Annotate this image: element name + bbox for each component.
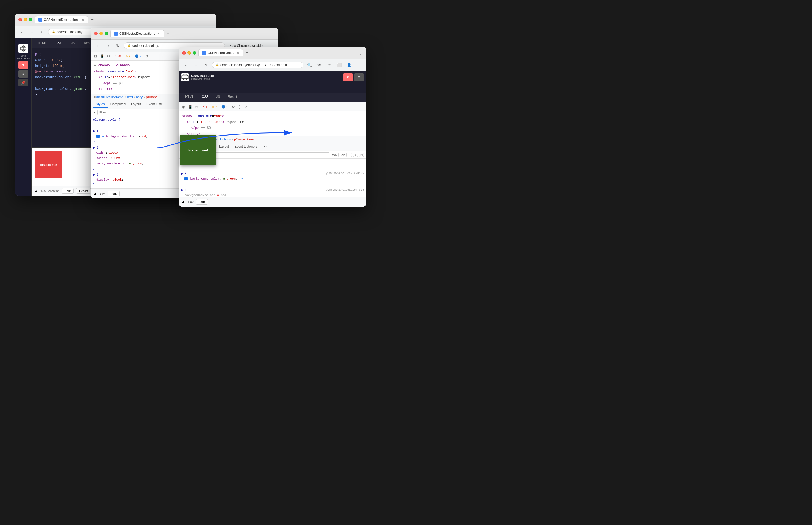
maximize-button-2[interactable] (105, 32, 108, 35)
fork-button-1[interactable]: Fork (62, 188, 74, 194)
heart-button-1[interactable]: ♥ (18, 61, 28, 69)
cp-tabs-3: HTML CSS JS Result (179, 93, 366, 103)
tab-computed-2[interactable]: Computed (108, 101, 128, 108)
tab-css-1[interactable]: CSS (52, 40, 66, 47)
back-button-1[interactable]: ← (18, 28, 26, 36)
bc-p-3[interactable]: p#inspect-me (234, 138, 253, 141)
bc-body-2[interactable]: body (136, 95, 143, 99)
new-tab-button-1[interactable]: + (90, 17, 95, 22)
pin-button-1[interactable]: 📌 (18, 79, 28, 87)
bc-body-3[interactable]: body (224, 138, 231, 141)
hov-btn-3[interactable]: :hov (331, 153, 339, 157)
extensions-btn-3[interactable]: 👁 (315, 61, 323, 69)
close-button-1[interactable] (18, 18, 22, 21)
device-icon-3[interactable]: 📱 (188, 104, 193, 109)
star-btn-3[interactable]: ☆ (325, 61, 333, 69)
devtools-toolbar-3: ◉ 📱 >> ✕ 1 ⚠ 2 🔵 1 ⚙ ⋮ ✕ (179, 103, 366, 111)
heart-btn-3[interactable]: ♥ (343, 73, 353, 81)
tab-layout-3[interactable]: Layout (216, 144, 232, 150)
more-btn-3[interactable]: ⋮ (355, 61, 363, 69)
user-name-1: Sofia Emelianova (17, 55, 30, 60)
tab-html-3[interactable]: HTML (181, 93, 198, 102)
reload-button-2[interactable]: ↻ (114, 42, 122, 49)
active-tab-2[interactable]: CSSNestedDeclarations ✕ (110, 30, 164, 37)
back-button-3[interactable]: ← (182, 61, 190, 69)
tab-html-1[interactable]: HTML (34, 40, 51, 47)
traffic-lights-1 (18, 18, 32, 21)
more-icon-3[interactable]: >> (194, 104, 199, 109)
tab-more-3[interactable]: >> (260, 144, 269, 150)
reload-button-3[interactable]: ↻ (202, 61, 210, 69)
tab-close-btn-2[interactable]: ✕ (157, 32, 160, 35)
export-button-1[interactable]: Export (76, 188, 91, 194)
cursor-icon-2[interactable]: ⊡ (93, 54, 98, 59)
copy-btn-3[interactable]: ⧉ (353, 153, 358, 157)
new-tab-button-2[interactable]: + (165, 31, 170, 36)
forward-button-2[interactable]: → (104, 42, 112, 49)
minimize-button-2[interactable] (99, 32, 103, 35)
menu-btn-3[interactable]: ≡ (354, 73, 364, 81)
error-badge-3: ✕ 1 (201, 105, 209, 109)
tab-layout-2[interactable]: Layout (128, 101, 144, 108)
add-rule-btn-3[interactable]: + (348, 153, 352, 157)
expand-icon-3[interactable]: ▲ (181, 199, 186, 205)
fork-button-3[interactable]: Fork (196, 199, 208, 205)
minimize-button-1[interactable] (24, 18, 27, 21)
share-btn-3[interactable]: ⬜ (335, 61, 343, 69)
bc-result-2[interactable]: #result.result-iframe. (96, 95, 124, 99)
close-devtools-3[interactable]: ✕ (244, 104, 249, 109)
more-icon-2[interactable]: >> (106, 54, 111, 59)
tab-js-3[interactable]: JS (212, 93, 224, 102)
bc-html-3[interactable]: html (215, 138, 221, 141)
collection-label-1: ollection (48, 189, 60, 193)
menu-icon-3[interactable]: ⋮ (358, 50, 363, 55)
codepen-result-3: CSSNestedDecl... Sofia Emelianova ♥ ≡ (179, 71, 366, 93)
close-button-2[interactable] (94, 32, 98, 35)
expand-icon-2[interactable]: ▲ (93, 191, 97, 196)
bottom-bar-3: ▲ 1.0x Fork (179, 197, 366, 207)
fork-button-2[interactable]: Fork (108, 191, 120, 196)
tab-js-1[interactable]: JS (67, 40, 79, 47)
bc-html-2[interactable]: html (127, 95, 133, 99)
forward-button-1[interactable]: → (28, 28, 36, 36)
maximize-button-1[interactable] (29, 18, 32, 21)
title-bar-1: CSSNestedDeclarations ✕ + (15, 14, 216, 26)
tab-event-2[interactable]: Event Liste... (144, 101, 168, 108)
tab-close-btn-3[interactable]: ✕ (236, 51, 240, 55)
tab-close-btn-1[interactable]: ✕ (81, 18, 85, 22)
bc-p-2[interactable]: p#inspe... (146, 95, 160, 99)
codepen-name-3: CSSNestedDecl... Sofia Emelianova (191, 74, 216, 80)
cursor-icon-3[interactable]: ◉ (181, 104, 186, 109)
settings-icon-2[interactable]: ⚙ (144, 54, 150, 59)
tab-css-3[interactable]: CSS (198, 93, 213, 102)
settings-icon-3[interactable]: ⚙ (231, 104, 236, 109)
inspect-preview-1: Inspect me! (35, 151, 62, 179)
info-badge-3: 🔵 1 (220, 105, 229, 109)
active-tab-1[interactable]: CSSNestedDeclarations ✕ (35, 16, 88, 24)
minimize-button-3[interactable] (187, 51, 191, 55)
browser-window-3: CSSNestedDecl... ✕ + ⋮ ← → ↻ 🔒 codepen.i… (179, 47, 366, 207)
reload-button-1[interactable]: ↻ (38, 28, 46, 36)
back-button-2[interactable]: ← (94, 42, 102, 49)
tab-result-3[interactable]: Result (224, 93, 241, 102)
device-icon-2[interactable]: 📱 (100, 54, 105, 59)
more-options-3[interactable]: ⋮ (237, 104, 242, 109)
inspect-text-green: Inspect me! (188, 148, 208, 152)
active-tab-3[interactable]: CSSNestedDecl... ✕ (199, 49, 243, 57)
cp-user-3: Sofia Emelianova (191, 77, 216, 80)
cls-btn-3[interactable]: .cls (340, 153, 346, 157)
forward-button-3[interactable]: → (192, 61, 200, 69)
maximize-button-3[interactable] (193, 51, 196, 55)
address-bar-3[interactable]: 🔒 codepen.io/sofiayem/pen/yLmYEmZ?editor… (212, 62, 303, 68)
new-tab-button-3[interactable]: + (245, 50, 250, 56)
close-button-3[interactable] (182, 51, 186, 55)
expand-icon-1[interactable]: ▲ (34, 189, 38, 193)
tab-event-3[interactable]: Event Listeners (232, 144, 260, 150)
tree-row: <body translate="no"> (182, 114, 363, 120)
tab-styles-2[interactable]: Styles (93, 101, 108, 108)
tab-title-1: CSSNestedDeclarations (44, 18, 79, 22)
computed-btn-3[interactable]: ⊟ (359, 153, 364, 157)
zoom-icon-3[interactable]: 🔍 (306, 61, 313, 69)
menu-button-1[interactable]: ≡ (18, 70, 28, 78)
avatar-btn-3[interactable]: 👤 (345, 61, 353, 69)
